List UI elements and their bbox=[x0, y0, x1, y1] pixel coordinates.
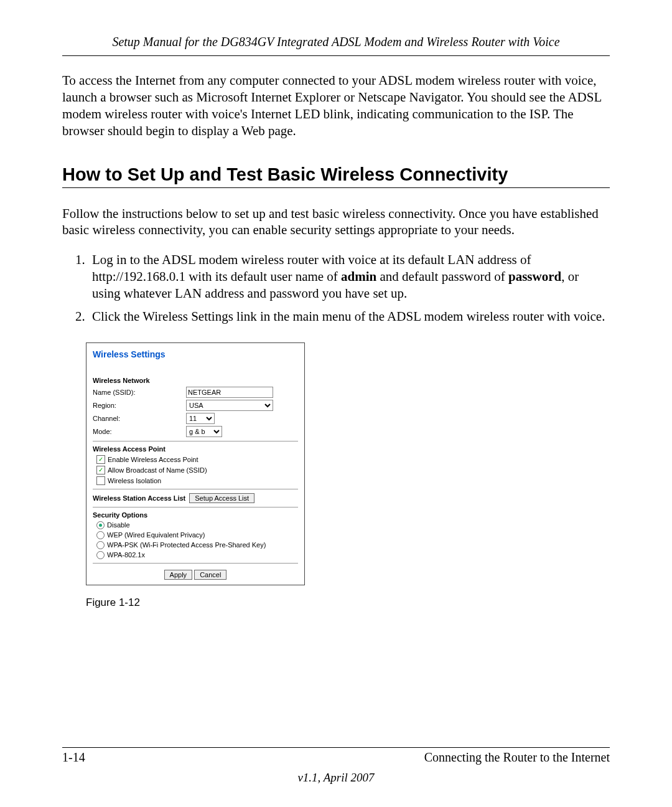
wep-label: WEP (Wired Equivalent Privacy) bbox=[107, 531, 205, 539]
region-select[interactable]: USA bbox=[186, 400, 273, 411]
chapter-title: Connecting the Router to the Internet bbox=[424, 750, 610, 765]
apply-button[interactable]: Apply bbox=[164, 570, 193, 580]
channel-label: Channel: bbox=[93, 415, 186, 422]
step-1-password: password bbox=[508, 269, 561, 284]
mode-select[interactable]: g & b bbox=[186, 426, 222, 437]
disable-label: Disable bbox=[107, 521, 130, 529]
wpa802-label: WPA-802.1x bbox=[107, 551, 145, 559]
step-1: Log in to the ADSL modem wireless router… bbox=[88, 252, 610, 302]
enable-ap-label: Enable Wireless Access Point bbox=[108, 456, 198, 463]
ssid-label: Name (SSID): bbox=[93, 389, 186, 396]
cancel-button[interactable]: Cancel bbox=[194, 570, 226, 580]
wep-radio[interactable] bbox=[96, 531, 105, 539]
doc-header: Setup Manual for the DG834GV Integrated … bbox=[62, 35, 610, 56]
intro-paragraph: To access the Internet from any computer… bbox=[62, 72, 610, 139]
step-1-admin: admin bbox=[341, 269, 376, 284]
region-label: Region: bbox=[93, 402, 186, 409]
wireless-network-head: Wireless Network bbox=[93, 377, 298, 384]
wpapsk-label: WPA-PSK (Wi-Fi Protected Access Pre-Shar… bbox=[107, 541, 266, 549]
step-2: Click the Wireless Settings link in the … bbox=[88, 308, 610, 325]
isolation-label: Wireless Isolation bbox=[108, 477, 161, 484]
isolation-checkbox[interactable] bbox=[96, 476, 105, 485]
section-heading: How to Set Up and Test Basic Wireless Co… bbox=[62, 164, 610, 188]
ssid-input[interactable] bbox=[186, 387, 273, 398]
setup-access-list-button[interactable]: Setup Access List bbox=[189, 493, 254, 503]
follow-paragraph: Follow the instructions below to set up … bbox=[62, 205, 610, 239]
enable-ap-checkbox[interactable]: ✓ bbox=[96, 455, 105, 464]
mode-label: Mode: bbox=[93, 428, 186, 435]
disable-radio[interactable] bbox=[96, 521, 105, 529]
figure-caption: Figure 1-12 bbox=[86, 597, 610, 609]
access-list-head: Wireless Station Access List bbox=[93, 494, 185, 502]
broadcast-label: Allow Broadcast of Name (SSID) bbox=[108, 466, 207, 474]
router-panel: Wireless Settings Wireless Network Name … bbox=[86, 342, 305, 585]
access-point-head: Wireless Access Point bbox=[93, 445, 298, 453]
page-number: 1-14 bbox=[62, 750, 85, 765]
wpapsk-radio[interactable] bbox=[96, 541, 105, 549]
security-options-head: Security Options bbox=[93, 511, 298, 519]
version-info: v1.1, April 2007 bbox=[62, 771, 610, 785]
step-1-text-c: and default password of bbox=[376, 269, 508, 284]
broadcast-checkbox[interactable]: ✓ bbox=[96, 466, 105, 474]
channel-select[interactable]: 11 bbox=[186, 413, 215, 424]
wpa802-radio[interactable] bbox=[96, 551, 105, 559]
panel-title: Wireless Settings bbox=[93, 349, 298, 359]
